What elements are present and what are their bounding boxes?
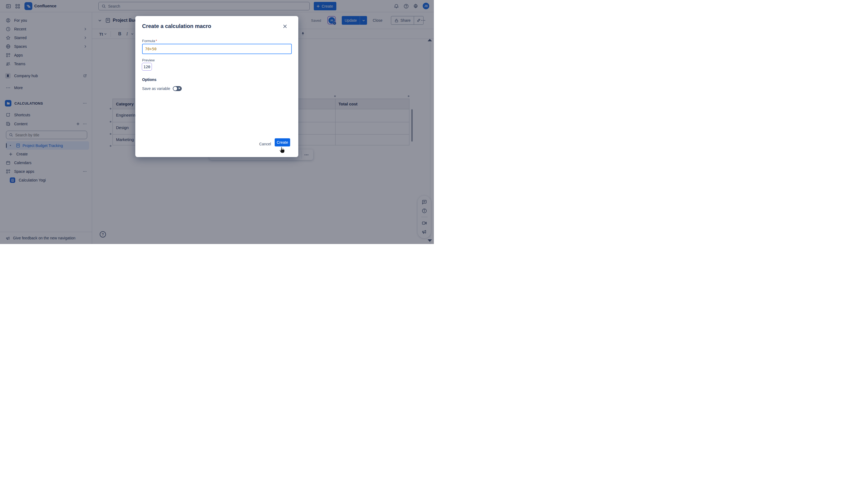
formula-label: Formula* [142, 39, 157, 43]
close-icon [283, 24, 287, 29]
modal-close-button[interactable] [281, 23, 289, 30]
options-heading: Options [142, 78, 156, 82]
toggle-off-x-icon: ✕ [178, 87, 180, 90]
required-marker: * [156, 39, 157, 43]
toggle-knob [173, 87, 177, 90]
create-button[interactable]: Create [275, 138, 290, 147]
formula-input[interactable] [142, 44, 292, 54]
cancel-button[interactable]: Cancel [256, 140, 274, 148]
create-calculation-macro-modal: Create a calculation macro Formula* Prev… [135, 16, 298, 157]
preview-value: 120 [142, 63, 152, 71]
save-as-variable-row: Save as variable ✕ [142, 86, 182, 91]
preview-label: Preview [142, 58, 155, 62]
modal-title: Create a calculation macro [142, 23, 211, 29]
save-as-variable-toggle[interactable]: ✕ [173, 86, 182, 91]
toggle-label: Save as variable [142, 86, 170, 91]
